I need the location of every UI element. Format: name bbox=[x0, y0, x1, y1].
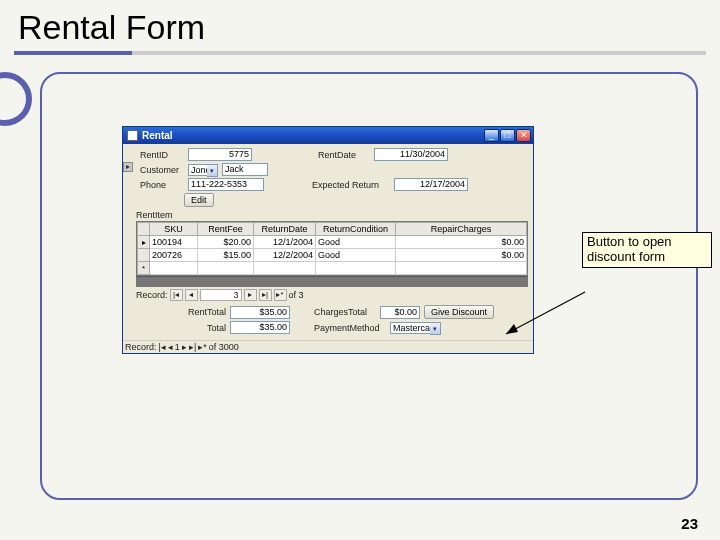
table-row[interactable]: ▸ 100194 $20.00 12/1/2004 Good $0.00 bbox=[138, 236, 527, 249]
close-button[interactable]: ✕ bbox=[516, 129, 531, 142]
new-row-marker-icon[interactable]: * bbox=[138, 262, 150, 275]
cell-condition[interactable]: Good bbox=[316, 236, 396, 249]
slide-underline bbox=[14, 51, 706, 55]
row-selector[interactable] bbox=[138, 249, 150, 262]
cell-fee[interactable]: $20.00 bbox=[198, 236, 254, 249]
rent-id-field[interactable]: 5775 bbox=[188, 148, 252, 161]
edit-button[interactable]: Edit bbox=[184, 193, 214, 207]
cell-condition[interactable]: Good bbox=[316, 249, 396, 262]
rent-date-label: RentDate bbox=[318, 150, 370, 160]
nav-prev-button[interactable]: ◂ bbox=[185, 289, 198, 301]
inner-record-navigator: Record: |◂ ◂ 3 ▸ ▸| ▸* of 3 bbox=[136, 289, 530, 301]
rent-id-label: RentID bbox=[140, 150, 184, 160]
app-icon bbox=[127, 130, 138, 141]
nav-new-button[interactable]: ▸* bbox=[274, 289, 287, 301]
nav-current-field[interactable]: 3 bbox=[200, 289, 242, 301]
nav-prev-button[interactable]: ◂ bbox=[168, 342, 173, 352]
cell-repair[interactable]: $0.00 bbox=[396, 236, 527, 249]
callout-box: Button to open discount form bbox=[582, 232, 712, 268]
nav-first-button[interactable]: |◂ bbox=[170, 289, 183, 301]
slide-body: Rental _ □ ✕ ▸ RentID 5775 RentDate 11/3… bbox=[40, 72, 698, 500]
nav-last-button[interactable]: ▸| bbox=[259, 289, 272, 301]
col-rentfee[interactable]: RentFee bbox=[198, 223, 254, 236]
col-repaircharges[interactable]: RepairCharges bbox=[396, 223, 527, 236]
payment-method-label: PaymentMethod bbox=[314, 323, 386, 333]
svg-line-0 bbox=[506, 292, 585, 334]
nav-label: Record: bbox=[125, 342, 157, 352]
col-sku[interactable]: SKU bbox=[150, 223, 198, 236]
record-selector-icon[interactable]: ▸ bbox=[123, 162, 133, 172]
callout-arrow-icon bbox=[500, 290, 590, 340]
rent-date-field[interactable]: 11/30/2004 bbox=[374, 148, 448, 161]
row-selector-icon[interactable]: ▸ bbox=[138, 236, 150, 249]
rent-total-label: RentTotal bbox=[166, 307, 226, 317]
rental-window: Rental _ □ ✕ ▸ RentID 5775 RentDate 11/3… bbox=[122, 126, 534, 354]
subform-scrollbar[interactable] bbox=[136, 276, 528, 287]
nav-next-button[interactable]: ▸ bbox=[182, 342, 187, 352]
rentitem-grid: SKU RentFee ReturnDate ReturnCondition R… bbox=[136, 221, 528, 276]
phone-label: Phone bbox=[140, 180, 184, 190]
cell-fee[interactable]: $15.00 bbox=[198, 249, 254, 262]
expected-return-field[interactable]: 12/17/2004 bbox=[394, 178, 468, 191]
slide-circle-decoration bbox=[0, 72, 32, 126]
titlebar[interactable]: Rental _ □ ✕ bbox=[123, 127, 533, 144]
customer-firstname-field[interactable]: Jack bbox=[222, 163, 268, 176]
chevron-down-icon[interactable]: ▾ bbox=[207, 164, 218, 177]
grid-rowheader-blank bbox=[138, 223, 150, 236]
cell-repair[interactable]: $0.00 bbox=[396, 249, 527, 262]
rentitem-subform-label: RentItem bbox=[136, 210, 530, 220]
give-discount-button[interactable]: Give Discount bbox=[424, 305, 494, 319]
nav-of-label: of 3 bbox=[289, 290, 304, 300]
svg-marker-1 bbox=[506, 324, 518, 334]
page-number: 23 bbox=[681, 515, 698, 532]
nav-new-button[interactable]: ▸* bbox=[198, 342, 207, 352]
total-label: Total bbox=[166, 323, 226, 333]
table-new-row[interactable]: * bbox=[138, 262, 527, 275]
slide-title: Rental Form bbox=[0, 0, 720, 51]
table-row[interactable]: 200726 $15.00 12/2/2004 Good $0.00 bbox=[138, 249, 527, 262]
customer-label: Customer bbox=[140, 165, 184, 175]
cell-returndate[interactable]: 12/1/2004 bbox=[254, 236, 316, 249]
nav-last-button[interactable]: ▸| bbox=[189, 342, 196, 352]
minimize-button[interactable]: _ bbox=[484, 129, 499, 142]
nav-label: Record: bbox=[136, 290, 168, 300]
grid-header-row: SKU RentFee ReturnDate ReturnCondition R… bbox=[138, 223, 527, 236]
cell-sku[interactable]: 100194 bbox=[150, 236, 198, 249]
col-returncondition[interactable]: ReturnCondition bbox=[316, 223, 396, 236]
nav-of-label: of 3000 bbox=[209, 342, 239, 352]
expected-return-label: Expected Return bbox=[312, 180, 390, 190]
nav-next-button[interactable]: ▸ bbox=[244, 289, 257, 301]
col-returndate[interactable]: ReturnDate bbox=[254, 223, 316, 236]
maximize-button[interactable]: □ bbox=[500, 129, 515, 142]
outer-record-navigator: Record: |◂ ◂ 1 ▸ ▸| ▸* of 3000 bbox=[123, 340, 533, 353]
nav-current-field[interactable]: 1 bbox=[175, 342, 180, 352]
total-field: $35.00 bbox=[230, 321, 290, 334]
rent-total-field: $35.00 bbox=[230, 306, 290, 319]
window-title: Rental bbox=[142, 130, 173, 141]
chevron-down-icon[interactable]: ▾ bbox=[430, 322, 441, 335]
cell-sku[interactable]: 200726 bbox=[150, 249, 198, 262]
phone-field[interactable]: 111-222-5353 bbox=[188, 178, 264, 191]
cell-returndate[interactable]: 12/2/2004 bbox=[254, 249, 316, 262]
charges-total-field: $0.00 bbox=[380, 306, 420, 319]
charges-total-label: ChargesTotal bbox=[314, 307, 376, 317]
nav-first-button[interactable]: |◂ bbox=[159, 342, 166, 352]
